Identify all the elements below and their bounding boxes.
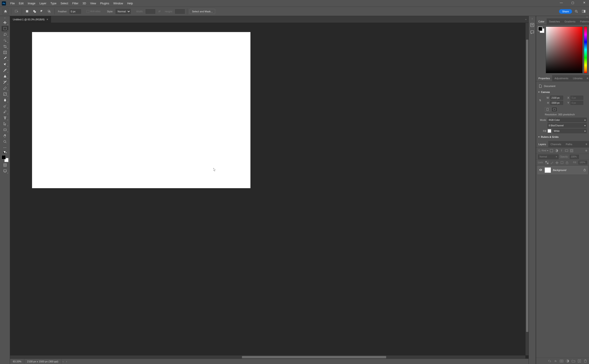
- blend-mode-select[interactable]: Normal▾: [538, 155, 559, 159]
- menu-image[interactable]: Image: [26, 0, 37, 7]
- canvas-section-header[interactable]: Canvas: [538, 91, 587, 93]
- dock-expand-handle[interactable]: ‹‹: [531, 18, 533, 20]
- default-colors-icon[interactable]: [2, 151, 8, 154]
- rectangle-tool[interactable]: [2, 127, 8, 133]
- rpanels-collapse-handle[interactable]: ››: [536, 16, 589, 18]
- lock-artboard-icon[interactable]: [560, 161, 563, 164]
- status-next-icon[interactable]: ›: [65, 360, 68, 363]
- canvas-width-input[interactable]: [550, 96, 563, 100]
- document-info[interactable]: 2100 px x 1500 px (300 ppi): [24, 359, 61, 364]
- home-button[interactable]: [2, 8, 9, 15]
- bit-depth-select[interactable]: 8 Bits/Channel▾: [548, 123, 587, 128]
- frame-tool[interactable]: [2, 50, 8, 55]
- fill-swatch[interactable]: [548, 129, 551, 133]
- layer-row[interactable]: Background: [537, 166, 588, 174]
- properties-panel-menu-icon[interactable]: ≡: [585, 77, 589, 80]
- adjustment-layer-icon[interactable]: [566, 359, 569, 363]
- canvas-height-input[interactable]: [550, 101, 563, 105]
- menu-file[interactable]: File: [8, 0, 17, 7]
- zoom-tool[interactable]: [2, 139, 8, 144]
- swatches-tab[interactable]: Swatches: [547, 18, 562, 25]
- eyedropper-tool[interactable]: [2, 56, 8, 61]
- eraser-tool[interactable]: [2, 85, 8, 91]
- layers-panel-menu-icon[interactable]: ≡: [584, 143, 589, 146]
- toolbar-collapse-handle[interactable]: ››: [0, 17, 10, 20]
- blur-tool[interactable]: [2, 97, 8, 103]
- layer-mask-icon[interactable]: [560, 359, 563, 363]
- dodge-tool[interactable]: [2, 103, 8, 109]
- menu-layer[interactable]: Layer: [37, 0, 48, 7]
- screen-mode-button[interactable]: [2, 168, 8, 174]
- document-tab[interactable]: Untitled-1 @ 83.3% (RGB/8) ×: [10, 16, 51, 23]
- menu-3d[interactable]: 3D: [80, 0, 88, 7]
- new-group-icon[interactable]: [572, 359, 575, 363]
- window-close-button[interactable]: ✕: [581, 1, 588, 4]
- search-icon[interactable]: [573, 8, 579, 14]
- filter-type-icon[interactable]: T: [560, 149, 563, 152]
- menu-select[interactable]: Select: [58, 0, 70, 7]
- foreground-background-colors[interactable]: [2, 155, 8, 162]
- window-minimize-button[interactable]: —: [558, 1, 565, 4]
- healing-brush-tool[interactable]: [2, 62, 8, 67]
- intersect-selection-button[interactable]: [46, 8, 52, 14]
- menu-edit[interactable]: Edit: [17, 0, 26, 7]
- lasso-tool[interactable]: [2, 32, 8, 37]
- hand-tool[interactable]: [2, 133, 8, 138]
- color-fgbg-swatch[interactable]: [538, 26, 544, 33]
- lock-all-icon[interactable]: [565, 161, 569, 164]
- menu-filter[interactable]: Filter: [70, 0, 81, 7]
- window-maximize-button[interactable]: ▢: [569, 1, 576, 4]
- close-tab-icon[interactable]: ×: [46, 18, 48, 21]
- pen-tool[interactable]: [2, 109, 8, 115]
- layer-fill-input[interactable]: [578, 161, 587, 164]
- color-mode-select[interactable]: RGB Color▾: [548, 118, 587, 122]
- menu-type[interactable]: Type: [48, 0, 58, 7]
- fill-select[interactable]: White▾: [553, 129, 587, 133]
- crop-tool[interactable]: [2, 44, 8, 49]
- select-and-mask-button[interactable]: Select and Mask...: [189, 9, 215, 14]
- properties-tab[interactable]: Properties: [536, 75, 552, 81]
- link-wh-icon[interactable]: ⇅: [538, 99, 542, 102]
- filter-pixel-icon[interactable]: [550, 149, 553, 152]
- filter-shape-icon[interactable]: [565, 149, 568, 152]
- patterns-tab[interactable]: Patterns: [578, 18, 589, 25]
- share-button[interactable]: Share: [559, 9, 572, 14]
- delete-layer-icon[interactable]: [583, 359, 587, 363]
- channels-tab[interactable]: Channels: [548, 141, 563, 147]
- feather-input[interactable]: [70, 9, 81, 14]
- canvas-viewport[interactable]: [10, 23, 529, 358]
- filter-toggle[interactable]: [585, 150, 587, 152]
- orientation-landscape-button[interactable]: [552, 107, 557, 112]
- canvas[interactable]: [32, 32, 250, 188]
- menu-window[interactable]: Window: [111, 0, 125, 7]
- zoom-level[interactable]: 83.33%: [10, 359, 24, 364]
- lock-pixels-icon[interactable]: [550, 161, 554, 164]
- add-selection-button[interactable]: [32, 8, 38, 14]
- new-selection-button[interactable]: [24, 8, 30, 14]
- hue-slider[interactable]: [584, 26, 587, 73]
- status-prev-icon[interactable]: ‹: [61, 360, 65, 363]
- edit-toolbar-button[interactable]: ⋯: [2, 145, 8, 150]
- comments-panel-icon[interactable]: [530, 30, 535, 35]
- clone-stamp-tool[interactable]: [2, 73, 8, 79]
- new-layer-icon[interactable]: [577, 359, 581, 363]
- history-brush-tool[interactable]: [2, 79, 8, 85]
- opacity-input[interactable]: [570, 155, 579, 159]
- color-field[interactable]: [546, 26, 583, 73]
- workspace-switcher[interactable]: [581, 8, 587, 14]
- menu-help[interactable]: Help: [125, 0, 135, 7]
- layer-thumbnail[interactable]: [545, 167, 551, 173]
- tool-preset-picker[interactable]: [13, 8, 19, 14]
- history-panel-icon[interactable]: [530, 23, 535, 27]
- layer-visibility-icon[interactable]: [539, 168, 543, 172]
- quick-select-tool[interactable]: [2, 38, 8, 43]
- vertical-scrollbar[interactable]: [525, 23, 529, 355]
- rulers-grids-section-header[interactable]: Rulers & Grids: [538, 136, 587, 138]
- horizontal-scrollbar[interactable]: [10, 355, 525, 358]
- brush-tool[interactable]: [2, 68, 8, 73]
- marquee-tool[interactable]: [2, 26, 8, 31]
- layer-filter-kind[interactable]: Kind▾: [538, 149, 548, 152]
- layers-tab[interactable]: Layers: [536, 141, 548, 147]
- lock-transparency-icon[interactable]: [545, 161, 549, 164]
- orientation-portrait-button[interactable]: [545, 107, 550, 112]
